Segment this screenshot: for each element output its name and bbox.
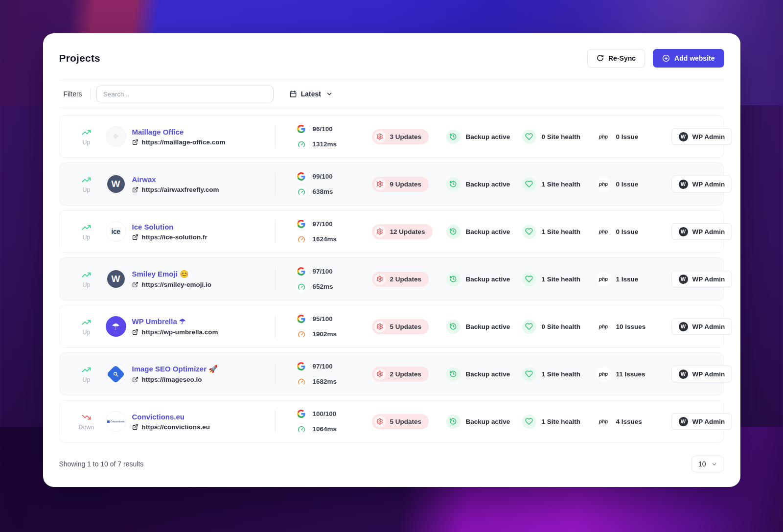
backup-cell: Backup active xyxy=(446,320,522,334)
admin-cell: W WP Admin xyxy=(671,176,733,192)
updates-badge[interactable]: 5 Updates xyxy=(372,414,429,429)
trend-up-icon xyxy=(82,223,91,232)
search-input[interactable] xyxy=(96,86,274,102)
site-name-link[interactable]: Smiley Emoji 😊 xyxy=(132,270,275,278)
updates-badge[interactable]: 5 Updates xyxy=(372,319,429,334)
updates-cell: 5 Updates xyxy=(372,414,446,429)
external-link-icon xyxy=(132,139,138,145)
heart-icon xyxy=(522,177,536,191)
backup-history-icon xyxy=(446,177,461,191)
speedometer-icon xyxy=(296,234,307,245)
updates-badge[interactable]: 12 Updates xyxy=(372,224,433,239)
php-icon: php xyxy=(597,130,611,144)
wp-admin-button[interactable]: W WP Admin xyxy=(671,128,733,145)
site-name-link[interactable]: Ice Solution xyxy=(132,223,275,231)
gear-icon xyxy=(374,321,386,332)
trend-up-icon xyxy=(82,365,91,374)
trend-up-icon xyxy=(82,270,91,279)
wordpress-icon: W xyxy=(679,180,688,189)
backup-status: Backup active xyxy=(466,181,510,188)
php-issues-cell: php 0 Issue xyxy=(597,177,671,191)
filter-bar: Filters Latest xyxy=(59,80,724,108)
project-row[interactable]: Up ❖ W ☂ Image SEO Optimizer 🚀 https://i… xyxy=(59,352,724,395)
updates-cell: 2 Updates xyxy=(372,367,446,382)
updates-badge[interactable]: 9 Updates xyxy=(372,177,429,192)
site-identity: WP Umbrella ☂ https://wp-umbrella.com xyxy=(132,317,275,336)
site-favicon: ❖ W W ☂ W xyxy=(106,174,126,194)
site-identity: Image SEO Optimizer 🚀 https://imageseo.i… xyxy=(132,365,275,383)
response-time-metric: 1312ms xyxy=(296,139,372,150)
backup-cell: Backup active xyxy=(446,367,522,381)
project-row[interactable]: Up ❖ W W ☂ W Airwax https://airwaxfreefl… xyxy=(59,162,724,206)
site-url-row: https://imageseo.io xyxy=(132,376,275,383)
chevron-down-icon xyxy=(711,461,717,467)
site-name-link[interactable]: Airwax xyxy=(132,175,275,184)
row-divider xyxy=(275,410,276,433)
php-icon: php xyxy=(597,272,611,286)
site-name-link[interactable]: Image SEO Optimizer 🚀 xyxy=(132,365,275,373)
pagespeed-metric: 99/100 xyxy=(296,171,372,182)
project-row[interactable]: Up ❖ W W ☂ W Smiley Emoji 😊 https://smil… xyxy=(59,257,724,301)
wp-admin-button[interactable]: W WP Admin xyxy=(671,413,733,430)
updates-badge[interactable]: 2 Updates xyxy=(372,367,429,382)
updates-count: 5 Updates xyxy=(390,323,422,330)
site-health-count: 1 Site health xyxy=(542,228,581,235)
external-link-icon xyxy=(132,281,138,288)
uptime-status-label: Up xyxy=(83,139,91,146)
pagespeed-metric: 100/100 xyxy=(296,409,372,419)
resync-button[interactable]: Re-Sync xyxy=(587,49,645,68)
updates-cell: 12 Updates xyxy=(372,224,446,239)
uptime-status-label: Up xyxy=(83,234,91,241)
php-issues-cell: php 4 Issues xyxy=(597,415,671,429)
php-issues-count: 10 Issues xyxy=(616,323,646,330)
wp-admin-button[interactable]: W WP Admin xyxy=(671,176,733,192)
wp-admin-button[interactable]: W WP Admin xyxy=(671,318,733,335)
site-name-link[interactable]: Convictions.eu xyxy=(132,413,275,421)
backup-history-icon xyxy=(446,225,461,239)
uptime-status: Down xyxy=(75,413,98,431)
site-name-link[interactable]: WP Umbrella ☂ xyxy=(132,317,275,326)
wp-admin-label: WP Admin xyxy=(692,370,725,378)
wp-admin-button[interactable]: W WP Admin xyxy=(671,271,733,287)
updates-cell: 5 Updates xyxy=(372,319,446,334)
uptime-status-label: Down xyxy=(79,424,94,431)
wordpress-icon: W xyxy=(679,227,688,236)
updates-count: 2 Updates xyxy=(390,276,422,283)
wordpress-icon: W xyxy=(679,132,688,141)
backup-history-icon xyxy=(446,415,461,429)
site-url: https://ice-solution.fr xyxy=(142,233,207,241)
wp-admin-label: WP Admin xyxy=(692,228,725,235)
trend-down-icon xyxy=(82,413,91,422)
filters-label[interactable]: Filters xyxy=(59,90,86,98)
php-icon: php xyxy=(597,320,611,334)
php-icon: php xyxy=(597,225,611,239)
external-link-icon xyxy=(132,376,138,383)
page-size-select[interactable]: 10 xyxy=(691,456,724,472)
wp-admin-label: WP Admin xyxy=(692,181,725,188)
site-health-cell: 1 Site health xyxy=(522,225,597,239)
add-website-button[interactable]: Add website xyxy=(653,49,724,68)
updates-badge[interactable]: 3 Updates xyxy=(372,129,429,144)
project-row[interactable]: Up ❖ W ☂ ☂ ☂ WP Umbrella ☂ https://wp-um… xyxy=(59,305,724,348)
backup-history-icon xyxy=(446,367,461,381)
project-row[interactable]: Up ❖ W Maillage ☂ Maillage Maillage Offi… xyxy=(59,115,724,158)
wordpress-icon: W xyxy=(679,370,688,379)
response-time: 1624ms xyxy=(313,235,337,243)
pagespeed-score: 97/100 xyxy=(313,220,333,228)
wp-admin-button[interactable]: W WP Admin xyxy=(671,223,733,240)
row-divider xyxy=(275,220,276,243)
sort-dropdown[interactable]: Latest xyxy=(289,90,333,98)
updates-badge[interactable]: 2 Updates xyxy=(372,272,429,287)
performance-metrics: 99/100 638ms xyxy=(296,171,372,197)
project-row[interactable]: Up ❖ W ice ☂ ice Ice Solution https://ic… xyxy=(59,210,724,253)
project-row[interactable]: Down ❖ W Convictions ☂ Convictions Convi… xyxy=(59,400,724,443)
backup-cell: Backup active xyxy=(446,272,522,286)
updates-cell: 2 Updates xyxy=(372,272,446,287)
backup-history-icon xyxy=(446,130,461,144)
site-name-link[interactable]: Maillage Office xyxy=(132,128,275,136)
pagespeed-metric: 97/100 xyxy=(296,266,372,277)
tiny-text-logo: Convictions xyxy=(107,420,125,423)
wp-admin-button[interactable]: W WP Admin xyxy=(671,366,733,382)
performance-metrics: 95/100 1902ms xyxy=(296,314,372,340)
heart-icon xyxy=(522,320,536,334)
